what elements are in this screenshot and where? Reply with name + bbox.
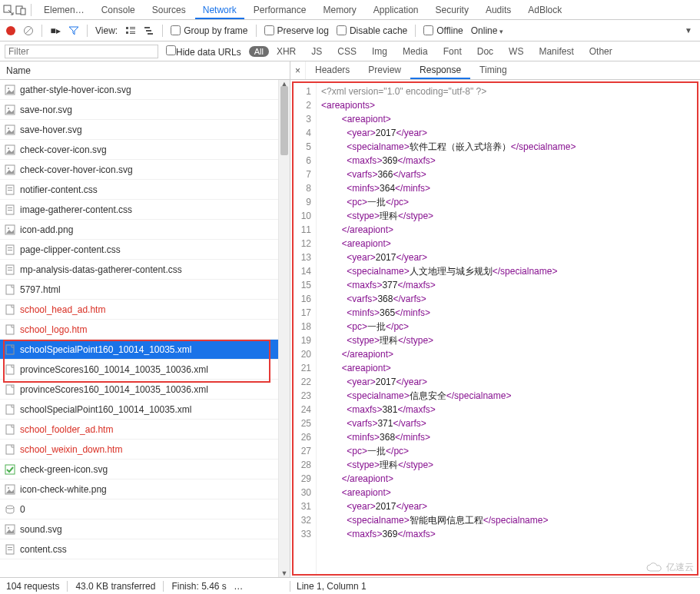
view-waterfall-icon[interactable] [144, 25, 154, 36]
request-row[interactable]: school_weixin_down.htm [0, 440, 290, 460]
request-row[interactable]: schoolSpecialPoint160_10014_10035.xml [0, 400, 290, 420]
filter-type-doc[interactable]: Doc [477, 46, 493, 57]
detail-tab-timing[interactable]: Timing [470, 61, 516, 79]
request-row[interactable]: content.css [0, 539, 290, 559]
code-line: <stype>理科</stype> [321, 209, 694, 223]
code-line: <specialname>软件工程（嵌入式培养）</specialname> [321, 140, 694, 154]
panel-tab-elemen[interactable]: Elemen… [36, 1, 92, 19]
panel-tab-sources[interactable]: Sources [144, 1, 194, 19]
request-row[interactable]: schoolSpecialPoint160_10014_10035.xml [0, 340, 290, 360]
request-row[interactable]: save-hover.svg [0, 120, 290, 140]
close-detail-icon[interactable]: × [290, 61, 306, 79]
file-type-icon [5, 124, 15, 135]
code-line: <areapiont> [321, 112, 694, 126]
filter-toggle-icon[interactable] [68, 25, 79, 36]
file-type-icon [5, 204, 15, 215]
scroll-thumb[interactable] [280, 86, 288, 155]
detail-tab-preview[interactable]: Preview [359, 61, 410, 79]
panel-tab-security[interactable]: Security [428, 1, 476, 19]
svg-point-52 [8, 527, 9, 529]
code-line: <year>2017</year> [321, 126, 694, 140]
request-row[interactable]: check-cover-hover-icon.svg [0, 160, 290, 180]
request-row[interactable]: notifier-content.css [0, 180, 290, 200]
request-row[interactable]: school_foolder_ad.htm [0, 420, 290, 440]
view-large-icon[interactable] [125, 25, 136, 36]
request-row[interactable]: gather-style-hover-icon.svg [0, 80, 290, 100]
panel-tab-audits[interactable]: Audits [478, 1, 519, 19]
detail-tab-response[interactable]: Response [410, 61, 470, 79]
svg-rect-41 [6, 345, 14, 354]
scrollbar[interactable]: ▲ ▼ [278, 80, 290, 577]
filter-type-ws[interactable]: WS [509, 46, 523, 57]
panel-tab-adblock[interactable]: AdBlock [520, 1, 569, 19]
inspect-icon[interactable] [3, 5, 14, 15]
code-line: <specialname>智能电网信息工程</specialname> [321, 513, 694, 527]
preserve-log-checkbox[interactable]: Preserve log [264, 25, 329, 36]
filter-type-img[interactable]: Img [372, 46, 387, 57]
request-row[interactable]: icon-check-white.png [0, 480, 290, 499]
filter-type-manifest[interactable]: Manifest [539, 46, 573, 57]
clear-icon[interactable] [23, 25, 34, 36]
device-toggle-icon[interactable] [15, 5, 26, 15]
hide-data-urls-checkbox[interactable]: Hide data URLs [166, 45, 241, 58]
request-row[interactable]: 5797.html [0, 280, 290, 300]
request-row[interactable]: provinceScores160_10014_10035_10036.xml [0, 360, 290, 380]
file-type-icon [5, 324, 15, 335]
filter-type-js[interactable]: JS [311, 46, 322, 57]
request-row[interactable]: provinceScores160_10014_10035_10036.xml [0, 380, 290, 400]
file-type-icon [5, 224, 15, 235]
request-name: sound.svg [20, 524, 62, 535]
request-row[interactable]: school_head_ad.htm [0, 300, 290, 320]
panel-tab-network[interactable]: Network [195, 1, 244, 19]
cursor-position: Line 1, Column 1 [290, 581, 700, 592]
status-finish: Finish: 5.46 s [171, 581, 226, 592]
svg-point-31 [8, 227, 9, 229]
code-line: <minfs>364</minfs> [321, 181, 694, 195]
svg-rect-7 [130, 28, 135, 29]
request-row[interactable]: image-gatherer-content.css [0, 200, 290, 220]
status-bar: 104 requests 43.0 KB transferred Finish:… [0, 577, 700, 594]
request-name: school_foolder_ad.htm [20, 424, 113, 435]
filter-type-font[interactable]: Font [443, 46, 462, 57]
request-row[interactable]: mp-analysis-datas-gatherer-content.css [0, 260, 290, 280]
filter-type-css[interactable]: CSS [337, 46, 357, 57]
request-row[interactable]: save-nor.svg [0, 100, 290, 120]
separator [31, 4, 32, 16]
detail-tab-headers[interactable]: Headers [306, 61, 359, 79]
filter-input[interactable] [5, 45, 158, 58]
filter-type-media[interactable]: Media [403, 46, 428, 57]
request-row[interactable]: page-clipper-content.css [0, 240, 290, 260]
separator [87, 25, 88, 37]
svg-rect-54 [8, 547, 12, 548]
svg-rect-36 [8, 267, 12, 268]
code-line: <pc>一批</pc> [321, 195, 694, 209]
filter-all-pill[interactable]: All [249, 46, 269, 57]
code-line: <varfs>366</varfs> [321, 168, 694, 181]
request-row[interactable]: icon-add.png [0, 220, 290, 240]
request-row[interactable]: 0 [0, 499, 290, 519]
filter-type-xhr[interactable]: XHR [277, 46, 296, 57]
request-list[interactable]: gather-style-hover-icon.svgsave-nor.svgs… [0, 80, 290, 577]
offline-checkbox[interactable]: Offline [423, 25, 463, 36]
line-gutter: 1234567891011121314151617181920212223242… [294, 83, 317, 574]
panel-tab-console[interactable]: Console [94, 1, 143, 19]
request-row[interactable]: school_logo.htm [0, 320, 290, 340]
request-row[interactable]: sound.svg [0, 519, 290, 539]
request-row[interactable]: check-cover-icon.svg [0, 140, 290, 160]
more-icon[interactable]: ▼ [683, 25, 694, 36]
record-button[interactable] [6, 26, 15, 35]
panel-tab-performance[interactable]: Performance [246, 1, 314, 19]
column-header-name[interactable]: Name [0, 61, 290, 80]
source-code[interactable]: <?xml version="1.0" encoding="utf-8" ?><… [317, 83, 697, 574]
filter-type-other[interactable]: Other [589, 46, 612, 57]
code-line: <varfs>371</varfs> [321, 416, 694, 430]
code-line: </areapiont> [321, 223, 694, 237]
scroll-down-icon[interactable]: ▼ [279, 569, 290, 577]
throttling-dropdown[interactable]: Online [471, 25, 504, 36]
panel-tab-application[interactable]: Application [366, 1, 426, 19]
request-row[interactable]: check-green-icon.svg [0, 460, 290, 480]
panel-tab-memory[interactable]: Memory [315, 1, 363, 19]
disable-cache-checkbox[interactable]: Disable cache [337, 25, 407, 36]
group-by-frame-checkbox[interactable]: Group by frame [171, 25, 247, 36]
camera-icon[interactable]: ■▸ [50, 25, 61, 36]
